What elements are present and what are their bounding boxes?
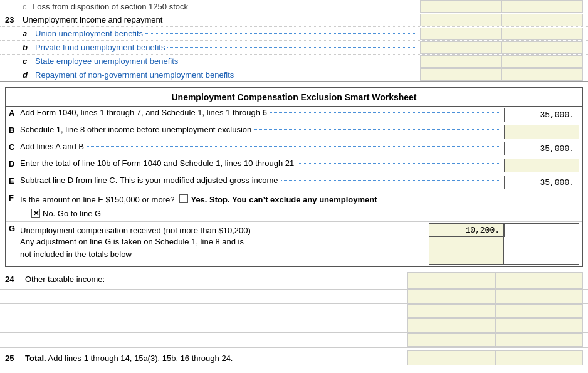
- line-23b-text: Private fund unemployment benefits: [35, 43, 420, 52]
- line-24-inputs: [407, 272, 588, 289]
- blank-row-4: [0, 333, 588, 347]
- line-25-input-left[interactable]: [407, 350, 495, 365]
- line-23a-text: Union unemployment benefits: [35, 29, 420, 38]
- sw-letter-g: G: [9, 223, 20, 233]
- sw-title: Unemployment Compensation Exclusion Smar…: [6, 88, 582, 107]
- sw-letter-c: C: [9, 142, 20, 152]
- sw-g-content: Unemployment compensation received (not …: [20, 223, 429, 262]
- line-23c-inputs: [420, 55, 588, 68]
- blank-inp-right-2[interactable]: [495, 304, 583, 318]
- line-23d-text: Repayment of non-government unemployment…: [35, 70, 420, 80]
- loss-input-left[interactable]: [420, 0, 501, 13]
- sw-dots-a: [270, 112, 501, 113]
- sw-f-checkbox-yes[interactable]: [179, 194, 191, 205]
- sw-f-content: Is the amount on line E $150,000 or more…: [20, 192, 579, 220]
- sw-g-lower-boxes: [429, 237, 579, 265]
- line-23d-dots: [236, 75, 417, 75]
- line-23-header: 23 Unemployment income and repayment: [0, 13, 588, 27]
- sw-f-line1: Is the amount on line E $150,000 or more…: [20, 192, 579, 206]
- line-23b-dots: [167, 47, 417, 48]
- line-23b-inputs: [420, 41, 588, 54]
- line-24-input-left[interactable]: [407, 272, 495, 289]
- line-25-text: Total. Add lines 1 through 14, 15a(3), 1…: [23, 354, 407, 363]
- sw-row-e: E Subtract line D from line C. This is y…: [6, 174, 582, 191]
- line-23: 23 Unemployment income and repayment a U…: [0, 13, 588, 82]
- sw-g-line1: Unemployment compensation received (not …: [20, 223, 429, 237]
- sw-value-d[interactable]: [504, 159, 579, 172]
- smart-worksheet: Unemployment Compensation Exclusion Smar…: [5, 87, 583, 267]
- line-24-num: 24: [0, 272, 23, 289]
- loss-row-label: c Loss from disposition of section 1250 …: [0, 1, 420, 13]
- sw-g-boxes: 10,200.: [429, 223, 579, 265]
- line-25-input-right[interactable]: [495, 350, 583, 365]
- sw-f-yes-label: Yes. Stop. You can’t exclude any unemplo…: [191, 195, 377, 204]
- sw-value-e: 35,000.: [504, 176, 579, 189]
- sw-row-f: F Is the amount on line E $150,000 or mo…: [6, 191, 582, 222]
- sw-dots-d: [297, 163, 501, 164]
- sw-letter-b: B: [9, 125, 20, 135]
- blank-inp-left-3[interactable]: [407, 318, 495, 332]
- blank-inp-left-1[interactable]: [407, 290, 495, 303]
- line-25-inputs: [407, 350, 588, 365]
- line-23b-input-right[interactable]: [501, 41, 583, 54]
- line-23a-input-left[interactable]: [420, 28, 501, 40]
- line-24-section: 24 Other taxable income:: [0, 272, 588, 347]
- line-23a-input-right[interactable]: [501, 28, 583, 40]
- line-23c-input-right[interactable]: [501, 55, 583, 68]
- line-23d-inputs: [420, 68, 588, 81]
- sw-g-right-box[interactable]: [504, 223, 579, 237]
- blank-inp-left-4[interactable]: [407, 333, 495, 347]
- line-23c-input-left[interactable]: [420, 55, 501, 68]
- line-23c-letter: c: [23, 56, 35, 66]
- line-25-row: 25 Total. Add lines 1 through 14, 15a(3)…: [0, 347, 588, 368]
- line-23-inputs: [420, 14, 588, 26]
- line-23-num: 23: [0, 15, 23, 24]
- blank-spacer-2: [0, 304, 407, 318]
- blank-row-1: [0, 290, 588, 304]
- line-23a-letter: a: [23, 29, 35, 38]
- sw-text-b: Schedule 1, line 8 other income before u…: [20, 125, 504, 134]
- line-23b: b Private fund unemployment benefits: [0, 41, 588, 55]
- line-23c-dots: [181, 61, 417, 61]
- line-24-label: Other taxable income:: [23, 272, 407, 289]
- sw-text-d: Enter the total of line 10b of Form 1040…: [20, 159, 504, 168]
- sw-text-c: Add lines A and B: [20, 142, 504, 151]
- line-23a-dots: [145, 33, 417, 34]
- blank-spacer-4: [0, 333, 407, 347]
- blank-inp-left-2[interactable]: [407, 304, 495, 318]
- sw-g-lower-left[interactable]: [429, 237, 504, 265]
- sw-dots-e: [281, 180, 501, 181]
- line-23-label: Unemployment income and repayment: [23, 15, 420, 24]
- line-23-input-right[interactable]: [501, 14, 583, 26]
- sw-text-a: Add Form 1040, lines 1 through 7, and Sc…: [20, 108, 504, 117]
- sw-row-b: B Schedule 1, line 8 other income before…: [6, 123, 582, 140]
- blank-inp-right-4[interactable]: [495, 333, 583, 347]
- line-24-input-right[interactable]: [495, 272, 583, 289]
- sw-f-line2: ✕ No. Go to line G: [20, 206, 579, 220]
- sw-g-input[interactable]: 10,200.: [429, 223, 504, 237]
- loss-input-right[interactable]: [501, 0, 583, 13]
- sw-value-b[interactable]: [504, 125, 579, 139]
- line-23d-input-right[interactable]: [501, 68, 583, 81]
- line-23b-input-left[interactable]: [420, 41, 501, 54]
- checkbox-yes[interactable]: [179, 194, 188, 203]
- sw-value-a: 35,000.: [504, 108, 579, 122]
- blank-inp-right-3[interactable]: [495, 318, 583, 332]
- checkbox-no[interactable]: ✕: [31, 209, 40, 218]
- line-23d: d Repayment of non-government unemployme…: [0, 68, 588, 82]
- sw-g-lower-right[interactable]: [504, 237, 579, 265]
- blank-spacer-3: [0, 318, 407, 332]
- line-25-num: 25: [0, 354, 23, 363]
- blank-inp-right-1[interactable]: [495, 290, 583, 303]
- sw-g-line3: not included in the totals below: [20, 250, 429, 262]
- sw-g-line2: Any adjustment on line G is taken on Sch…: [20, 237, 429, 250]
- loss-input-pair: [420, 0, 588, 13]
- sw-value-c: 35,000.: [504, 142, 579, 155]
- line-23-input-left[interactable]: [420, 14, 501, 26]
- line-23d-input-left[interactable]: [420, 68, 501, 81]
- sw-row-c: C Add lines A and B 35,000.: [6, 140, 582, 157]
- sw-row-a: A Add Form 1040, lines 1 through 7, and …: [6, 107, 582, 123]
- loss-row-prefix: c: [23, 2, 27, 11]
- line-23a-inputs: [420, 28, 588, 40]
- sw-text-e: Subtract line D from line C. This is you…: [20, 176, 504, 185]
